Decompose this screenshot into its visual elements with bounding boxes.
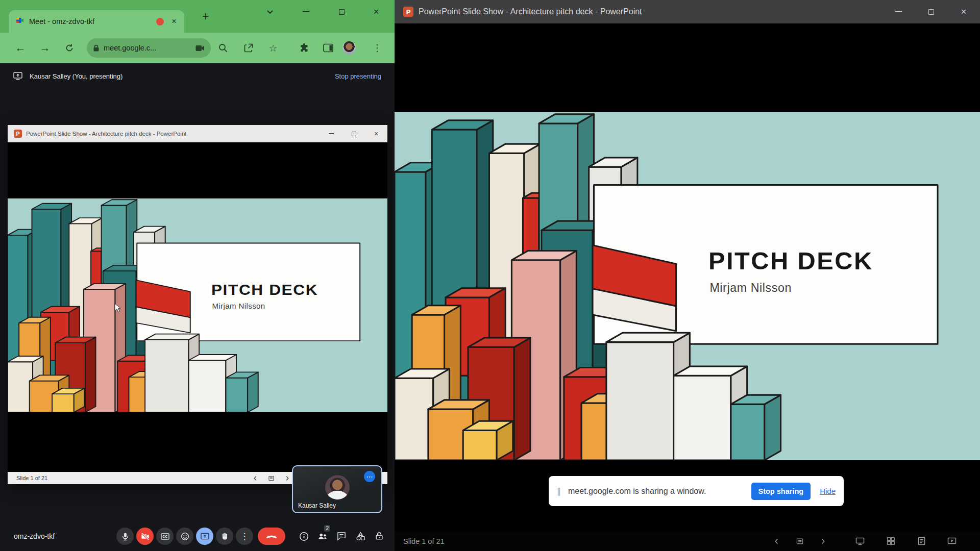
grid-view-button[interactable] xyxy=(884,534,898,548)
browser-tab[interactable]: Meet - omz-zdvo-tkf × xyxy=(9,10,184,33)
pitch-deck-slide xyxy=(395,112,980,460)
presenter-view-button[interactable] xyxy=(853,534,867,548)
previous-slide-button[interactable] xyxy=(771,535,783,547)
preview-titlebar: P PowerPoint Slide Show - Architecture p… xyxy=(8,125,387,142)
stop-sharing-button[interactable]: Stop sharing xyxy=(751,483,811,500)
new-tab-button[interactable]: + xyxy=(198,9,213,24)
chevron-right-icon xyxy=(284,475,290,482)
chevron-left-icon xyxy=(252,475,259,482)
chrome-toolbar: ← → meet.google.c... ☆ xyxy=(0,33,395,63)
next-slide-button[interactable] xyxy=(817,535,829,547)
profile-button[interactable] xyxy=(339,38,359,58)
slideshow-menu-button[interactable] xyxy=(794,535,806,547)
minimize-icon xyxy=(329,133,334,134)
slideshow-view-button[interactable] xyxy=(945,534,959,548)
microphone-button[interactable] xyxy=(116,528,134,545)
selfview-tile[interactable]: ⋯ Kausar Salley xyxy=(292,465,382,513)
menu-icon xyxy=(796,537,804,545)
tab-close-icon[interactable]: × xyxy=(169,16,179,27)
slideshow-nav-controls xyxy=(771,531,829,551)
powerpoint-logo-icon: P xyxy=(403,7,413,17)
reactions-button[interactable] xyxy=(176,528,193,545)
meeting-details-button[interactable] xyxy=(298,530,310,542)
maximize-icon xyxy=(339,9,345,15)
captions-icon xyxy=(160,532,170,541)
extensions-button[interactable] xyxy=(294,38,314,58)
maximize-icon xyxy=(352,132,356,136)
grid-icon xyxy=(886,536,896,546)
view-switcher xyxy=(853,531,959,551)
sharing-notification-toast: ∥ meet.google.com is sharing a window. S… xyxy=(549,476,844,506)
more-options-button[interactable]: ⋮ xyxy=(236,528,253,545)
share-button[interactable] xyxy=(238,38,259,58)
preview-window-controls: × xyxy=(320,125,387,142)
close-window-button[interactable]: × xyxy=(368,4,385,19)
phone-hangup-icon xyxy=(265,534,278,539)
preview-slide-stage xyxy=(8,142,387,472)
display-play-icon xyxy=(947,536,957,546)
minimize-window-button[interactable] xyxy=(297,4,314,19)
forward-button[interactable]: → xyxy=(35,38,55,58)
reload-button[interactable] xyxy=(59,38,80,58)
captions-button[interactable] xyxy=(156,528,174,545)
preview-minimize-button xyxy=(320,125,342,142)
reading-view-button[interactable] xyxy=(914,534,928,548)
powerpoint-window-title: PowerPoint Slide Show - Architecture pit… xyxy=(419,7,642,16)
raise-hand-button[interactable] xyxy=(216,528,233,545)
tab-recording-indicator-icon xyxy=(156,18,164,26)
maximize-window-button[interactable] xyxy=(333,4,350,19)
search-icon xyxy=(218,43,228,53)
present-screen-icon xyxy=(13,72,22,80)
slide-counter: Slide 1 of 21 xyxy=(403,537,445,545)
window-chevron-button[interactable] xyxy=(261,4,279,19)
preview-nav-controls xyxy=(250,472,292,484)
tab-title: Meet - omz-zdvo-tkf xyxy=(29,17,151,26)
chevron-left-icon xyxy=(773,537,781,545)
microphone-icon xyxy=(120,532,130,541)
chevron-right-icon xyxy=(819,537,827,545)
slideshow-menu-button xyxy=(265,472,277,484)
meeting-panels: 2 xyxy=(298,530,385,542)
preview-window-title: PowerPoint Slide Show - Architecture pit… xyxy=(26,131,186,137)
preview-close-button: × xyxy=(365,125,387,142)
close-window-button[interactable]: × xyxy=(947,0,980,23)
address-bar[interactable]: meet.google.c... xyxy=(87,38,211,58)
call-controls: ⋮ xyxy=(116,528,285,545)
shapes-icon xyxy=(355,531,366,542)
side-panel-button[interactable] xyxy=(318,38,338,58)
host-controls-button[interactable] xyxy=(373,530,385,542)
lock-icon xyxy=(93,44,100,52)
avatar xyxy=(325,475,350,499)
stop-presenting-button[interactable]: Stop presenting xyxy=(335,72,381,80)
camera-in-use-icon[interactable] xyxy=(195,45,205,52)
preview-maximize-button xyxy=(342,125,365,142)
chrome-menu-button[interactable]: ⋮ xyxy=(367,38,387,58)
maximize-window-button[interactable] xyxy=(915,0,947,23)
show-people-button[interactable]: 2 xyxy=(316,530,329,542)
minimize-icon xyxy=(303,11,309,12)
selfview-more-button[interactable]: ⋯ xyxy=(364,471,375,482)
present-now-button[interactable] xyxy=(196,528,213,545)
camera-off-button[interactable] xyxy=(136,528,154,545)
minimize-window-button[interactable] xyxy=(882,0,915,23)
back-button[interactable]: ← xyxy=(10,38,31,58)
chat-button[interactable] xyxy=(335,530,348,542)
zoom-button[interactable] xyxy=(213,38,233,58)
lock-icon xyxy=(374,531,384,541)
powerpoint-window-controls: × xyxy=(882,0,980,23)
leave-call-button[interactable] xyxy=(258,528,285,545)
document-icon xyxy=(917,536,926,546)
hide-toast-link[interactable]: Hide xyxy=(820,487,836,495)
chat-icon xyxy=(336,531,347,541)
drag-handle-icon[interactable]: ∥ xyxy=(557,486,561,496)
bookmark-star-button[interactable]: ☆ xyxy=(263,38,283,58)
monitor-icon xyxy=(855,536,865,546)
mouse-cursor xyxy=(114,303,122,313)
slideshow-stage[interactable] xyxy=(395,23,980,531)
meeting-code: omz-zdvo-tkf xyxy=(14,532,55,540)
powerpoint-titlebar: P PowerPoint Slide Show - Architecture p… xyxy=(395,0,980,23)
presenting-banner: Kausar Salley (You, presenting) Stop pre… xyxy=(0,68,395,84)
reload-icon xyxy=(65,43,74,53)
pitch-deck-slide-preview xyxy=(8,198,387,412)
activities-button[interactable] xyxy=(354,530,366,542)
